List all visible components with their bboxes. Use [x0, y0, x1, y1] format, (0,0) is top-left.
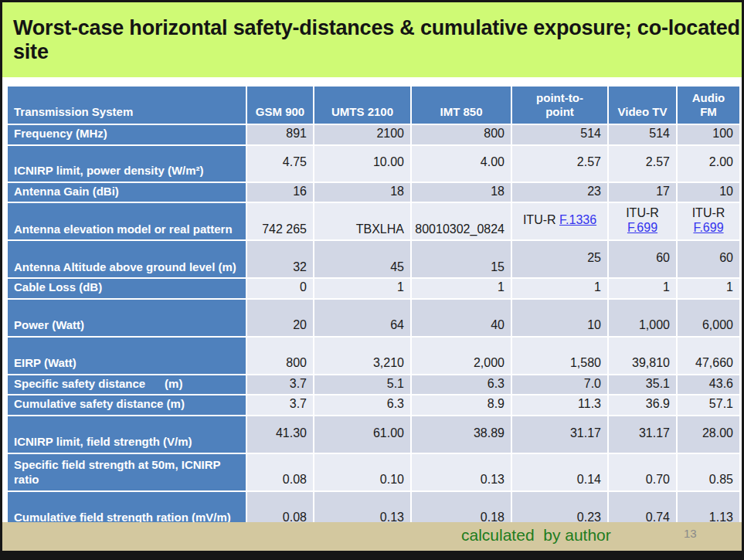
row-label: Specific safety distance (m)	[7, 375, 246, 395]
value-cell: 36.9	[608, 395, 677, 416]
value-cell: 1	[411, 278, 511, 299]
value-cell: 0.14	[511, 453, 608, 491]
row-label: Power (Watt)	[7, 299, 246, 337]
value-cell: 6.3	[411, 375, 511, 395]
row-label: ICNIRP limit, power density (W/m²)	[7, 145, 246, 182]
value-cell: 0.10	[314, 453, 411, 491]
header-cell: Transmission System	[7, 86, 246, 124]
itu-link[interactable]: F.699	[693, 221, 723, 234]
value-cell: 2.57	[608, 145, 677, 182]
value-cell: 31.17	[608, 416, 677, 453]
row-label: Frequency (MHz)	[7, 124, 246, 145]
value-cell: 18	[411, 182, 511, 203]
slide: Worst-case horizontal safety-distances &…	[2, 2, 742, 551]
value-cell: 3,210	[314, 337, 411, 375]
value-cell: 742 265	[246, 202, 314, 240]
row-label: ICNIRP limit, field strength (V/m)	[7, 416, 246, 453]
safety-table: Transmission SystemGSM 900UMTS 2100IMT 8…	[6, 85, 741, 530]
value-cell: 45	[314, 240, 411, 278]
value-cell: 10	[511, 299, 608, 337]
value-cell: 2,000	[411, 337, 511, 375]
header-cell: GSM 900	[246, 86, 314, 124]
value-cell: 16	[246, 182, 314, 203]
value-cell: 10.00	[314, 145, 411, 182]
value-cell: 800	[411, 124, 511, 145]
value-cell: 64	[314, 299, 411, 337]
value-cell: 1	[677, 278, 740, 299]
value-cell: 28.00	[677, 416, 740, 453]
row-label: Cumulative safety distance (m)	[7, 395, 246, 416]
value-cell: 1	[608, 278, 677, 299]
header-cell: Audio FM	[677, 86, 740, 124]
value-cell: 6,000	[677, 299, 740, 337]
row-label: Antenna elevation model or real pattern	[7, 202, 246, 240]
table-row: Power (Watt)206440101,0006,000	[7, 299, 740, 337]
value-cell: 18	[314, 182, 411, 203]
value-cell: TBXLHA	[314, 202, 411, 240]
value-cell: 8.9	[411, 395, 511, 416]
value-cell: 2.57	[511, 145, 608, 182]
header-cell: Video TV	[608, 86, 677, 124]
footer-note: calculated by author	[461, 526, 611, 545]
value-cell: 3.7	[246, 395, 314, 416]
row-label: EIRP (Watt)	[7, 337, 246, 375]
value-cell: 891	[246, 124, 314, 145]
value-cell: 1	[314, 278, 411, 299]
value-cell: 6.3	[314, 395, 411, 416]
page-title: Worst-case horizontal safety-distances &…	[13, 16, 742, 64]
table-row: Antenna elevation model or real pattern7…	[7, 202, 740, 240]
table-row: ICNIRP limit, power density (W/m²)4.7510…	[7, 145, 740, 182]
value-cell: 57.1	[677, 395, 740, 416]
value-cell: 514	[608, 124, 677, 145]
page-number: 13	[684, 527, 697, 540]
value-cell: 800	[246, 337, 314, 375]
table-row: Cumulative safety distance (m)3.76.38.91…	[7, 395, 740, 416]
table-row: Specific safety distance (m)3.75.16.37.0…	[7, 375, 740, 395]
value-cell: 47,660	[677, 337, 740, 375]
value-cell: 60	[608, 240, 677, 278]
value-cell: 0.13	[411, 453, 511, 491]
value-cell: 31.17	[511, 416, 608, 453]
row-label: Antenna Gain (dBi)	[7, 182, 246, 203]
value-cell: 39,810	[608, 337, 677, 375]
value-cell: 0.70	[608, 453, 677, 491]
value-cell: 2.00	[677, 145, 740, 182]
row-label: Antenna Altitude above ground level (m)	[7, 240, 246, 278]
value-cell: 2100	[314, 124, 411, 145]
value-cell: 40	[411, 299, 511, 337]
itu-link[interactable]: F.1336	[559, 213, 596, 226]
value-cell: 41.30	[246, 416, 314, 453]
header-cell: point-to-point	[511, 86, 608, 124]
value-cell: 4.00	[411, 145, 511, 182]
table-row: Specific field strength at 50m, ICNIRP r…	[7, 453, 740, 491]
value-cell: 5.1	[314, 375, 411, 395]
value-cell: 17	[608, 182, 677, 203]
value-cell: 1	[511, 278, 608, 299]
value-cell: 60	[677, 240, 740, 278]
table-row: EIRP (Watt)8003,2102,0001,58039,81047,66…	[7, 337, 740, 375]
value-cell: 10	[677, 182, 740, 203]
value-cell: 1,000	[608, 299, 677, 337]
value-cell: ITU-R F.699	[677, 202, 740, 240]
value-cell: ITU-R F.699	[608, 202, 677, 240]
header-cell: IMT 850	[411, 86, 511, 124]
itu-link[interactable]: F.699	[627, 221, 657, 234]
value-cell: 514	[511, 124, 608, 145]
value-cell: 4.75	[246, 145, 314, 182]
value-cell: 35.1	[608, 375, 677, 395]
table-header-row: Transmission SystemGSM 900UMTS 2100IMT 8…	[7, 86, 740, 124]
value-cell: 32	[246, 240, 314, 278]
value-cell: 3.7	[246, 375, 314, 395]
value-cell: 43.6	[677, 375, 740, 395]
value-cell: 0.85	[677, 453, 740, 491]
header-cell: UMTS 2100	[314, 86, 411, 124]
table-row: Antenna Gain (dBi)161818231710	[7, 182, 740, 203]
value-cell: 38.89	[411, 416, 511, 453]
row-label: Specific field strength at 50m, ICNIRP r…	[7, 453, 246, 491]
value-cell: 1,580	[511, 337, 608, 375]
table-row: ICNIRP limit, field strength (V/m)41.306…	[7, 416, 740, 453]
value-cell: 0	[246, 278, 314, 299]
value-cell: 100	[677, 124, 740, 145]
value-cell: 20	[246, 299, 314, 337]
value-cell: 7.0	[511, 375, 608, 395]
